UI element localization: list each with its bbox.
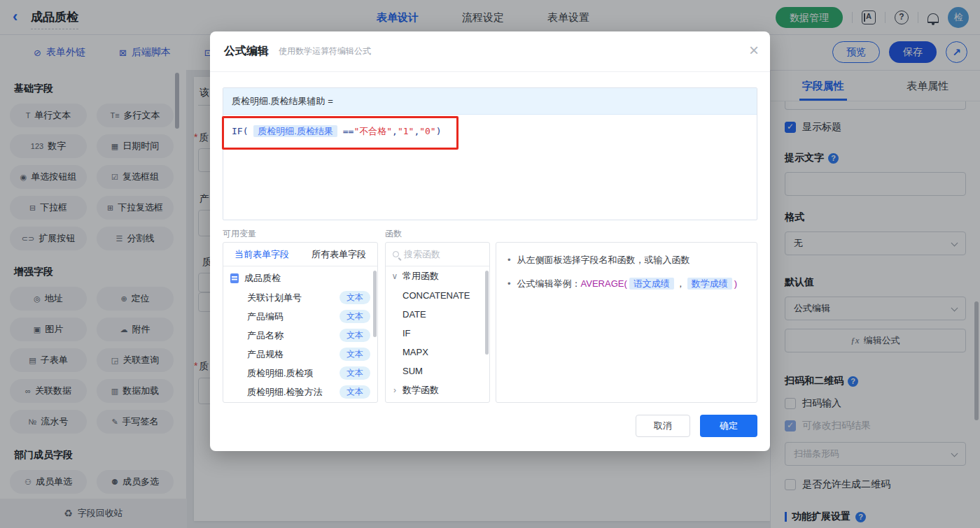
- function-group-常用函数[interactable]: ∨常用函数: [386, 266, 489, 286]
- variable-name: 产品名称: [247, 329, 284, 342]
- variable-row[interactable]: 质检明细.质检项文本: [223, 364, 377, 383]
- function-item-SUM[interactable]: SUM: [386, 362, 489, 380]
- variable-name: 质检明细.质检项: [247, 367, 314, 380]
- variable-type-badge: 文本: [340, 366, 370, 380]
- variable-row[interactable]: 产品编码文本: [223, 307, 377, 326]
- chevron-collapsed-icon: ›: [391, 385, 398, 395]
- tip-text-part: ): [734, 278, 737, 289]
- chevron-expanded-icon: ∨: [391, 271, 398, 281]
- formula-token: IF(: [232, 126, 253, 136]
- formula-token: ,: [392, 126, 398, 136]
- function-item-IF[interactable]: IF: [386, 324, 489, 343]
- function-group-label: 数学函数: [402, 384, 439, 397]
- formula-editor: 质检明细.质检结果辅助 = IF( 质检明细.质检结果 =="不合格","1",…: [223, 87, 757, 220]
- tip-text: 从左侧面板选择字段名和函数，或输入函数: [507, 252, 746, 267]
- function-item-MAPX[interactable]: MAPX: [386, 343, 489, 362]
- function-group-label: 常用函数: [402, 270, 439, 283]
- functions-list: ∨常用函数CONCATENATEDATEIFMAPXSUM›数学函数›文本函数: [386, 266, 489, 403]
- formula-token: ==: [337, 126, 354, 136]
- functions-label: 函数: [385, 228, 402, 240]
- tips-panel: 从左侧面板选择字段名和函数，或输入函数 公式编辑举例：AVERAGE(语文成绩，…: [496, 242, 757, 403]
- variable-row[interactable]: 产品名称文本: [223, 326, 377, 345]
- variables-tab-所有表单字段[interactable]: 所有表单字段: [300, 243, 377, 266]
- tip-example: 公式编辑举例：AVERAGE(语文成绩，数学成绩): [507, 276, 746, 291]
- variable-name: 关联计划单号: [247, 292, 302, 304]
- function-search[interactable]: 搜索函数: [386, 243, 489, 266]
- function-group-数学函数[interactable]: ›数学函数: [386, 380, 489, 400]
- form-node-row[interactable]: 成品质检: [223, 266, 377, 288]
- variable-type-badge: 文本: [340, 310, 370, 323]
- variable-row[interactable]: 质检明细.质检结果文本: [223, 401, 377, 403]
- variables-panel: 当前表单字段所有表单字段 成品质检 关联计划单号文本产品编码文本产品名称文本产品…: [223, 242, 378, 403]
- variable-type-badge: 文本: [340, 348, 370, 361]
- example-field-chip[interactable]: 数学成绩: [687, 278, 732, 290]
- variable-row[interactable]: 质检明细.检验方法文本: [223, 383, 377, 401]
- variable-name: 产品规格: [247, 348, 284, 361]
- variable-type-badge: 文本: [340, 329, 370, 342]
- variables-list: 关联计划单号文本产品编码文本产品名称文本产品规格文本质检明细.质检项文本质检明细…: [223, 288, 377, 403]
- variable-name: 质检明细.检验方法: [247, 386, 323, 399]
- variable-name: 产品编码: [247, 311, 284, 323]
- functions-panel: 搜索函数 ∨常用函数CONCATENATEDATEIFMAPXSUM›数学函数›…: [385, 242, 490, 403]
- formula-token: "1": [398, 126, 414, 136]
- close-icon[interactable]: ×: [749, 41, 759, 60]
- dialog-subtitle: 使用数学运算符编辑公式: [279, 45, 371, 57]
- dialog-title: 公式编辑: [224, 44, 269, 59]
- variable-row[interactable]: 产品规格文本: [223, 345, 377, 364]
- cancel-button[interactable]: 取消: [636, 415, 690, 437]
- form-icon: [230, 273, 239, 283]
- formula-variable-chip[interactable]: 质检明细.质检结果: [253, 125, 337, 137]
- variables-scrollbar[interactable]: [373, 271, 377, 337]
- example-field-chip[interactable]: 语文成绩: [629, 278, 674, 290]
- search-placeholder: 搜索函数: [404, 248, 440, 261]
- formula-target-field: 质检明细.质检结果辅助 =: [223, 88, 757, 115]
- formula-token: "0": [419, 126, 435, 136]
- formula-token: ): [436, 126, 442, 136]
- function-item-CONCATENATE[interactable]: CONCATENATE: [386, 286, 489, 305]
- function-group-文本函数[interactable]: ›文本函数: [386, 400, 489, 403]
- variable-type-badge: 文本: [340, 291, 370, 304]
- function-item-DATE[interactable]: DATE: [386, 305, 489, 324]
- formula-token: "不合格": [354, 126, 392, 136]
- variables-label: 可用变量: [223, 228, 256, 240]
- tip-text-part: 公式编辑举例：: [517, 278, 581, 289]
- confirm-button[interactable]: 确定: [700, 415, 757, 437]
- tip-text-part: ，: [676, 278, 685, 289]
- tip-text-part: AVERAGE(: [581, 278, 627, 289]
- variables-tabs: 当前表单字段所有表单字段: [223, 243, 377, 266]
- formula-code-input[interactable]: IF( 质检明细.质检结果 =="不合格","1","0"): [223, 115, 757, 148]
- variable-row[interactable]: 关联计划单号文本: [223, 288, 377, 307]
- formula-editor-dialog: 公式编辑 使用数学运算符编辑公式 × 质检明细.质检结果辅助 = IF( 质检明…: [210, 31, 770, 451]
- search-icon: [393, 251, 399, 257]
- variable-type-badge: 文本: [340, 385, 370, 399]
- variables-tab-当前表单字段[interactable]: 当前表单字段: [223, 243, 300, 266]
- functions-scrollbar[interactable]: [485, 271, 489, 355]
